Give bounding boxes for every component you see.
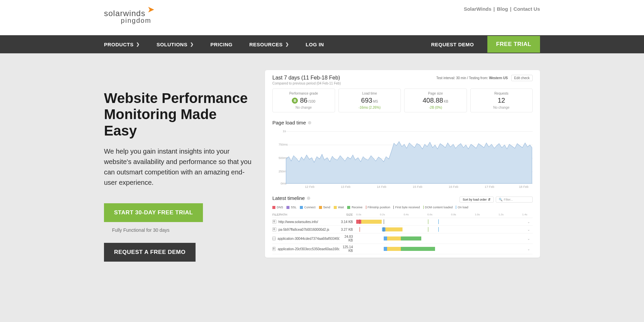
file-icon: 🗎 xyxy=(272,227,276,231)
free-trial-button[interactable]: FREE TRIAL xyxy=(487,36,540,53)
metric-label: Performance grade xyxy=(275,92,333,95)
timeline-row[interactable]: 🗎application-20cf303ecc5350eae60aa168d23… xyxy=(272,244,533,254)
topbar: solarwinds ➤ pingdom SolarWinds | Blog |… xyxy=(0,0,644,35)
timeline-row[interactable]: { }application-30044cded7374aa68af933450… xyxy=(272,233,533,244)
legend-item: Connect xyxy=(300,206,316,209)
top-link-contact[interactable]: Contact Us xyxy=(514,6,540,12)
hero-title: Website Performance Monitoring Made Easy xyxy=(104,90,252,139)
trial-note: Fully Functional for 30 days xyxy=(104,222,252,243)
legend-marker: On load xyxy=(456,206,468,209)
svg-text:0ms: 0ms xyxy=(281,182,287,185)
metric-card: Page size 408.88KB -2B (0%) xyxy=(404,89,467,112)
legend-item: Wait xyxy=(334,206,344,209)
hero-section: Website Performance Monitoring Made Easy… xyxy=(0,53,644,288)
nav-pricing[interactable]: PRICING xyxy=(210,42,232,47)
logo-text-sub: pingdom xyxy=(117,17,155,24)
metric-card: Load time 693MS -16ms (2.26%) xyxy=(338,89,401,112)
expand-icon[interactable]: ⌄ xyxy=(527,247,533,251)
timeline-legend: DNSSSLConnectSendWaitReceiveFilmstrip po… xyxy=(272,206,533,209)
filter-input[interactable]: 🔍Filter... xyxy=(496,197,533,203)
sort-icon: ⇵ xyxy=(488,198,491,201)
legend-marker: First byte received xyxy=(393,206,420,209)
svg-text:13 Feb: 13 Feb xyxy=(341,185,351,189)
metric-label: Load time xyxy=(341,92,399,95)
chevron-right-icon: ❯ xyxy=(136,42,140,47)
svg-text:18 Feb: 18 Feb xyxy=(519,185,529,189)
file-icon: 🗎 xyxy=(272,247,276,251)
dashboard-preview: Last 7 days (11 Feb-18 Feb) Compared to … xyxy=(265,70,540,258)
file-icon: 🗎 xyxy=(272,220,276,224)
expand-icon[interactable]: ⌄ xyxy=(527,228,533,231)
metric-value: 12 xyxy=(473,97,531,104)
file-path: http://www.solarsuites.info/ xyxy=(278,220,318,224)
main-nav: PRODUCTS❯ SOLUTIONS❯ PRICING RESOURCES❯ … xyxy=(0,35,644,53)
logo[interactable]: solarwinds ➤ pingdom xyxy=(104,8,155,24)
svg-text:14 Feb: 14 Feb xyxy=(377,185,386,189)
waterfall-bar xyxy=(356,227,527,232)
search-icon: 🔍 xyxy=(499,198,502,201)
nav-solutions[interactable]: SOLUTIONS❯ xyxy=(157,42,194,47)
timeline-header: FILE/PATH SIZE 0.0s0.2s0.4s0.6s0.8s1.0s1… xyxy=(272,212,533,218)
expand-icon[interactable]: ⌄ xyxy=(527,220,533,224)
request-demo-button[interactable]: REQUEST A FREE DEMO xyxy=(104,243,196,262)
chevron-right-icon: ❯ xyxy=(285,42,289,47)
legend-item: DNS xyxy=(272,206,283,209)
file-size: 3.27 KB xyxy=(339,228,356,231)
svg-text:16 Feb: 16 Feb xyxy=(449,185,459,189)
metric-change: No change xyxy=(473,106,531,109)
metric-label: Page size xyxy=(407,92,465,95)
top-links: SolarWinds | Blog | Contact Us xyxy=(464,6,540,12)
top-link-blog[interactable]: Blog xyxy=(497,6,508,12)
file-path: application-20cf303ecc5350eae60aa168d23a… xyxy=(278,247,339,251)
legend-item: Receive xyxy=(347,206,363,209)
metric-value: 408.88KB xyxy=(407,97,465,104)
timeline-rows: 🗎http://www.solarsuites.info/ 3.14 KB ⌄🗎… xyxy=(272,218,533,254)
timeline-row[interactable]: 🗎pa-5b97ffa8cea07b00160000d2.js 3.27 KB … xyxy=(272,226,533,233)
file-size: 24.83 KB xyxy=(339,235,356,242)
start-trial-button[interactable]: START 30-DAY FREE TRIAL xyxy=(104,203,203,222)
file-path: pa-5b97ffa8cea07b00160000d2.js xyxy=(278,228,329,231)
metric-card: Requests 12 No change xyxy=(470,89,533,112)
file-size: 125.14 KB xyxy=(339,245,356,253)
sort-button[interactable]: Sort by load order⇵ xyxy=(460,197,494,203)
waterfall-bar xyxy=(356,236,527,241)
metric-change: -16ms (2.26%) xyxy=(341,106,399,109)
top-link-solarwinds[interactable]: SolarWinds xyxy=(464,6,491,12)
legend-marker: Filmstrip position xyxy=(366,206,390,209)
metric-value: 693MS xyxy=(341,97,399,104)
hero-description: We help you gain instant insights into y… xyxy=(104,146,252,188)
nav-request-demo[interactable]: REQUEST DEMO xyxy=(431,42,474,47)
nav-resources[interactable]: RESOURCES❯ xyxy=(249,42,289,47)
svg-text:750ms: 750ms xyxy=(278,143,288,146)
legend-item: SSL xyxy=(286,206,297,209)
waterfall-bar xyxy=(356,247,527,251)
date-range-subtitle: Compared to previous period (04 Feb-11 F… xyxy=(272,82,341,85)
svg-text:1s: 1s xyxy=(283,129,286,133)
file-size: 3.14 KB xyxy=(339,220,356,224)
metric-label: Requests xyxy=(473,92,531,95)
timeline-title: Latest timeline xyxy=(272,195,310,201)
nav-login[interactable]: LOG IN xyxy=(306,42,324,47)
nav-products[interactable]: PRODUCTS❯ xyxy=(104,42,140,47)
chevron-right-icon: ❯ xyxy=(190,42,194,47)
metric-card: Performance grade B86/100 No change xyxy=(272,89,335,112)
date-range-title: Last 7 days (11 Feb-18 Feb) xyxy=(272,75,341,81)
logo-swoosh-icon: ➤ xyxy=(147,4,155,15)
file-icon: { } xyxy=(272,236,276,240)
metric-change: No change xyxy=(275,106,333,109)
legend-marker: DOM content loaded xyxy=(423,206,453,209)
file-path: application-30044cded7374aa68af9334504e6… xyxy=(278,237,339,240)
waterfall-bar xyxy=(356,219,527,224)
info-icon[interactable] xyxy=(307,197,310,200)
svg-text:15 Feb: 15 Feb xyxy=(413,185,423,189)
timeline-row[interactable]: 🗎http://www.solarsuites.info/ 3.14 KB ⌄ xyxy=(272,218,533,226)
test-meta: Test interval: 30 min / Testing from: We… xyxy=(436,76,508,80)
load-time-chart: 1s 750ms 500ms 250ms 0ms 12 Feb 13 Feb 1… xyxy=(272,128,533,189)
edit-check-button[interactable]: Edit check xyxy=(511,75,533,81)
grade-badge: B xyxy=(292,98,298,104)
metric-cards: Performance grade B86/100 No changeLoad … xyxy=(272,89,533,112)
expand-icon[interactable]: ⌄ xyxy=(527,237,533,240)
info-icon[interactable] xyxy=(308,121,311,124)
svg-text:12 Feb: 12 Feb xyxy=(305,185,315,189)
metric-change: -2B (0%) xyxy=(407,106,465,109)
